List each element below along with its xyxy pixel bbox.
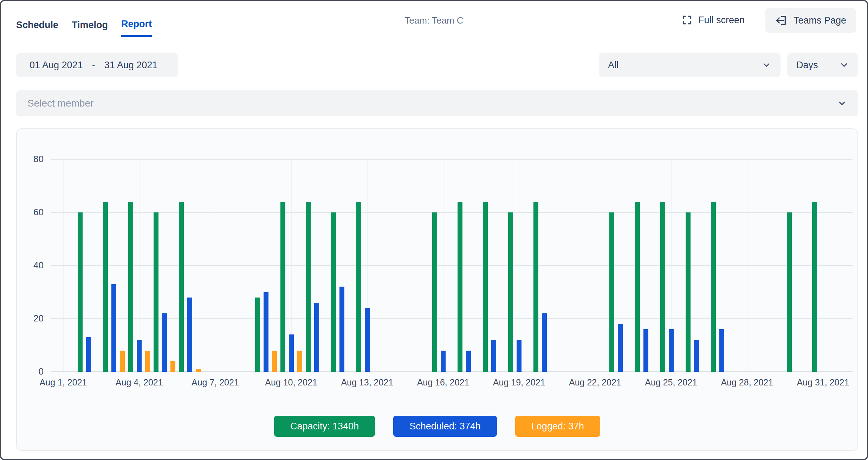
bar-scheduled (466, 351, 471, 372)
bar-scheduled (339, 287, 344, 372)
bar-capacity (533, 202, 538, 372)
bar-logged (297, 351, 302, 372)
bar-scheduled (669, 329, 674, 372)
y-axis-label: 60 (17, 207, 44, 218)
bar-scheduled (643, 329, 648, 372)
teams-page-button[interactable]: Teams Page (765, 8, 856, 33)
granularity-dropdown[interactable]: Days (787, 53, 858, 77)
gridline-horizontal (51, 212, 853, 213)
member-filter-dropdown[interactable]: All (599, 53, 780, 77)
tab-report[interactable]: Report (121, 19, 152, 37)
bar-scheduled (289, 334, 294, 372)
x-axis-label: Aug 7, 2021 (176, 377, 254, 388)
bar-scheduled (86, 337, 91, 372)
teams-page-label: Teams Page (793, 15, 846, 26)
date-range-picker[interactable]: 01 Aug 2021 - 31 Aug 2021 (16, 53, 178, 77)
x-axis-label: Aug 28, 2021 (708, 377, 786, 388)
x-axis-label: Aug 19, 2021 (480, 377, 558, 388)
bar-scheduled (162, 313, 167, 372)
bar-capacity (280, 202, 285, 372)
date-from: 01 Aug 2021 (30, 60, 83, 71)
bar-capacity (154, 212, 158, 372)
bar-capacity (660, 202, 665, 372)
legend-capacity-button[interactable]: Capacity: 1340h (274, 416, 375, 437)
bar-logged (170, 361, 175, 372)
bar-capacity (508, 212, 513, 372)
legend-scheduled-button[interactable]: Scheduled: 374h (393, 416, 497, 437)
bar-capacity (483, 202, 488, 372)
chevron-down-icon (762, 60, 771, 70)
bar-capacity (787, 212, 792, 372)
chart-canvas: 020406080Aug 1, 2021Aug 4, 2021Aug 7, 20… (17, 129, 857, 396)
bar-capacity (635, 202, 640, 372)
bar-scheduled (111, 284, 116, 372)
granularity-value: Days (796, 60, 818, 71)
date-to: 31 Aug 2021 (104, 60, 158, 71)
bar-scheduled (365, 308, 370, 372)
exit-left-arrow-icon (775, 14, 787, 26)
gridline-horizontal (51, 159, 853, 160)
bar-capacity (432, 212, 437, 372)
bar-scheduled (542, 313, 547, 372)
chevron-down-icon (837, 98, 847, 108)
bar-scheduled (719, 329, 724, 372)
bar-scheduled (491, 340, 496, 372)
x-axis-label: Aug 16, 2021 (404, 377, 482, 388)
bar-logged (120, 351, 125, 372)
bar-capacity (609, 212, 614, 372)
bar-scheduled (618, 324, 623, 372)
bar-scheduled (187, 298, 192, 372)
fullscreen-button[interactable]: Full screen (681, 14, 745, 26)
gridline-horizontal (51, 318, 853, 319)
x-axis-label: Aug 25, 2021 (633, 377, 710, 388)
y-axis-label: 0 (17, 366, 44, 377)
x-axis-label: Aug 31, 2021 (784, 377, 862, 388)
member-filter-value: All (608, 60, 618, 71)
select-member-input[interactable]: Select member (16, 90, 858, 116)
legend-logged-button[interactable]: Logged: 37h (515, 416, 600, 437)
team-label: Team: Team C (404, 15, 463, 26)
y-axis-label: 20 (17, 313, 44, 324)
x-axis-label: Aug 10, 2021 (253, 377, 330, 388)
select-member-placeholder: Select member (27, 98, 93, 109)
fullscreen-label: Full screen (698, 15, 745, 26)
tab-bar: Schedule Timelog Report (16, 19, 152, 37)
bar-capacity (306, 202, 311, 372)
chart-card: 020406080Aug 1, 2021Aug 4, 2021Aug 7, 20… (16, 128, 858, 451)
bar-capacity (331, 212, 336, 372)
x-axis-label: Aug 1, 2021 (25, 377, 102, 388)
bar-scheduled (441, 351, 446, 372)
bar-capacity (711, 202, 716, 372)
bar-scheduled (314, 303, 319, 372)
chart-legend: Capacity: 1340h Scheduled: 374h Logged: … (17, 416, 857, 437)
chevron-down-icon (839, 60, 849, 70)
bar-scheduled (517, 340, 522, 372)
bar-capacity (179, 202, 184, 372)
bar-logged (145, 351, 150, 372)
tab-timelog[interactable]: Timelog (72, 19, 108, 37)
y-axis-label: 40 (17, 260, 44, 271)
bar-logged (196, 369, 201, 372)
bar-capacity (686, 212, 691, 372)
date-separator: - (92, 60, 95, 71)
bar-logged (272, 351, 277, 372)
bar-capacity (812, 202, 817, 372)
bar-capacity (78, 212, 83, 372)
x-axis-label: Aug 4, 2021 (101, 377, 178, 388)
x-axis-label: Aug 22, 2021 (556, 377, 634, 388)
bar-capacity (103, 202, 108, 372)
y-axis-label: 80 (17, 154, 44, 165)
x-axis-label: Aug 13, 2021 (329, 377, 406, 388)
bar-capacity (356, 202, 361, 372)
bar-capacity (128, 202, 133, 372)
bar-scheduled (137, 340, 142, 372)
tab-schedule[interactable]: Schedule (16, 19, 58, 37)
bar-scheduled (694, 340, 699, 372)
fullscreen-icon (681, 14, 693, 26)
bar-capacity (458, 202, 462, 372)
app-window: Schedule Timelog Report Team: Team C Ful… (0, 0, 868, 460)
bar-capacity (255, 298, 260, 372)
gridline-horizontal (51, 265, 853, 266)
bar-scheduled (264, 292, 268, 372)
